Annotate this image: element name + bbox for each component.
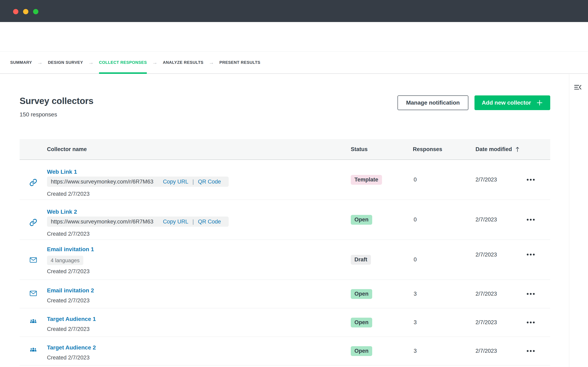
status-badge: Open bbox=[351, 215, 372, 225]
tab-design-survey[interactable]: DESIGN SURVEY bbox=[48, 52, 83, 73]
collector-url: https://www.surveymonkey.com/r/6R7M63 bbox=[51, 179, 153, 185]
collector-name-link[interactable]: Email invitation 2 bbox=[47, 287, 94, 294]
responses-count: 0 bbox=[413, 240, 476, 280]
date-modified: 2/7/2023 bbox=[476, 280, 521, 308]
created-date: Created 2/7/2023 bbox=[47, 355, 90, 361]
minimize-window-button[interactable] bbox=[23, 9, 28, 14]
responses-count: 3 bbox=[413, 280, 476, 308]
table-row: Target Audience 1 Created 2/7/2023 Open … bbox=[20, 308, 550, 337]
status-header: Status bbox=[351, 146, 413, 152]
collector-name-link[interactable]: Email invitation 1 bbox=[47, 246, 94, 253]
table-row: Web Link 1 https://www.surveymonkey.com/… bbox=[20, 160, 550, 200]
created-date: Created 2/7/2023 bbox=[47, 268, 90, 275]
table-row: Web Link 2 https://www.surveymonkey.com/… bbox=[20, 200, 550, 240]
arrow-right-icon: → bbox=[209, 59, 214, 66]
plus-icon bbox=[536, 100, 543, 106]
responses-count: 0 bbox=[413, 200, 476, 240]
table-header: Collector name Status Responses Date mod… bbox=[20, 139, 550, 160]
table-row: Email invitation 1 4 languages Created 2… bbox=[20, 240, 550, 280]
collectors-heading-block: Survey collectors 150 responses bbox=[20, 96, 94, 118]
manage-notification-button[interactable]: Manage notification bbox=[398, 95, 468, 110]
collector-name-link[interactable]: Target Audience 2 bbox=[47, 344, 96, 351]
group-icon bbox=[20, 337, 47, 365]
responses-summary: 150 responses bbox=[20, 111, 94, 118]
sort-ascending-icon bbox=[516, 147, 519, 152]
survey-step-nav: SUMMARY → DESIGN SURVEY → COLLECT RESPON… bbox=[0, 52, 588, 74]
table-row: Target Audience 2 Created 2/7/2023 Open … bbox=[20, 337, 550, 365]
created-date: Created 2/7/2023 bbox=[47, 326, 90, 332]
date-modified: 2/7/2023 bbox=[476, 160, 521, 200]
arrow-right-icon: → bbox=[152, 59, 157, 66]
responses-count: 3 bbox=[413, 337, 476, 365]
link-icon bbox=[20, 200, 47, 240]
mail-icon bbox=[20, 280, 47, 308]
add-new-collector-label: Add new collector bbox=[482, 100, 531, 106]
date-modified: 2/7/2023 bbox=[476, 337, 521, 365]
responses-count: 3 bbox=[413, 308, 476, 337]
date-modified: 2/7/2023 bbox=[476, 240, 521, 280]
collector-url: https://www.surveymonkey.com/r/6R7M63 bbox=[51, 218, 153, 225]
kebab-menu-button[interactable] bbox=[525, 177, 537, 183]
date-modified-header[interactable]: Date modified bbox=[476, 146, 521, 152]
table-row: Email invitation 2 Created 2/7/2023 Open… bbox=[20, 280, 550, 308]
status-badge: Open bbox=[351, 318, 372, 327]
window-controls bbox=[13, 9, 38, 14]
tab-present-results[interactable]: PRESENT RESULTS bbox=[219, 52, 260, 73]
survey-collect-page: Ice Cream Shop feedback bbox=[0, 0, 588, 367]
responses-header: Responses bbox=[413, 146, 476, 152]
tab-summary[interactable]: SUMMARY bbox=[10, 52, 32, 73]
action-divider: | bbox=[192, 218, 194, 225]
window-titlebar bbox=[0, 0, 588, 22]
collector-name-link[interactable]: Web Link 2 bbox=[47, 208, 77, 215]
status-badge: Open bbox=[351, 346, 372, 356]
copy-url-link[interactable]: Copy URL bbox=[163, 179, 189, 185]
page-heading: Survey collectors bbox=[20, 96, 94, 106]
collector-name-link[interactable]: Target Audience 1 bbox=[47, 316, 96, 323]
kebab-menu-button[interactable] bbox=[525, 291, 537, 297]
add-new-collector-button[interactable]: Add new collector bbox=[475, 95, 550, 110]
right-rail bbox=[569, 74, 588, 367]
tab-analyze-results[interactable]: ANALYZE RESULTS bbox=[163, 52, 203, 73]
survey-header: Ice Cream Shop feedback bbox=[0, 22, 588, 52]
status-badge: Open bbox=[351, 289, 372, 299]
created-date: Created 2/7/2023 bbox=[47, 231, 90, 237]
collectors-table: Collector name Status Responses Date mod… bbox=[20, 139, 550, 365]
kebab-menu-button[interactable] bbox=[525, 217, 537, 223]
collector-actions: Manage notification Add new collector bbox=[398, 95, 550, 110]
zoom-window-button[interactable] bbox=[33, 9, 38, 14]
date-modified: 2/7/2023 bbox=[476, 200, 521, 240]
copy-url-link[interactable]: Copy URL bbox=[163, 218, 189, 225]
collector-name-link[interactable]: Web Link 1 bbox=[47, 168, 77, 175]
group-icon bbox=[20, 308, 47, 337]
link-icon bbox=[20, 160, 47, 200]
mail-icon bbox=[20, 240, 47, 280]
kebab-menu-button[interactable] bbox=[525, 252, 537, 258]
languages-badge: 4 languages bbox=[47, 256, 83, 265]
url-pill: https://www.surveymonkey.com/r/6R7M63 Co… bbox=[47, 176, 229, 187]
kebab-menu-button[interactable] bbox=[525, 319, 537, 325]
qr-code-link[interactable]: QR Code bbox=[198, 179, 221, 185]
tab-collect-responses[interactable]: COLLECT RESPONSES bbox=[99, 52, 147, 73]
arrow-right-icon: → bbox=[37, 59, 43, 66]
close-window-button[interactable] bbox=[13, 9, 18, 14]
date-modified: 2/7/2023 bbox=[476, 308, 521, 337]
created-date: Created 2/7/2023 bbox=[47, 191, 90, 197]
status-badge: Template bbox=[351, 175, 382, 185]
collector-name-header: Collector name bbox=[47, 146, 351, 152]
arrow-right-icon: → bbox=[88, 59, 94, 66]
collapse-panel-button[interactable] bbox=[574, 84, 582, 91]
created-date: Created 2/7/2023 bbox=[47, 298, 90, 304]
qr-code-link[interactable]: QR Code bbox=[198, 218, 221, 225]
kebab-menu-button[interactable] bbox=[525, 348, 537, 354]
status-badge: Draft bbox=[351, 255, 371, 265]
action-divider: | bbox=[192, 179, 194, 185]
responses-count: 0 bbox=[413, 160, 476, 200]
url-pill: https://www.surveymonkey.com/r/6R7M63 Co… bbox=[47, 217, 229, 227]
collapse-panel-icon bbox=[574, 84, 582, 91]
